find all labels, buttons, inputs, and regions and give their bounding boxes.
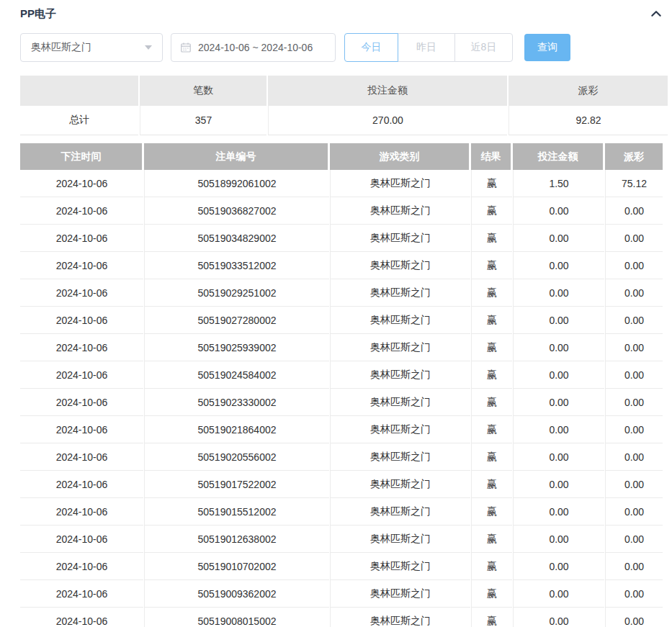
payout-cell: 0.00 xyxy=(605,443,663,471)
payout-cell: 0.00 xyxy=(605,580,663,608)
bet-time-cell: 2024-10-06 xyxy=(20,279,143,307)
payout-cell: 0.00 xyxy=(605,197,663,225)
bet-time-cell: 2024-10-06 xyxy=(20,553,143,580)
summary-header-payout: 派彩 xyxy=(509,76,668,106)
bet-time-cell: 2024-10-06 xyxy=(20,307,143,334)
bet-id-cell: 50519008015002 xyxy=(144,608,329,627)
payout-cell: 0.00 xyxy=(605,471,663,498)
game-type-cell: 奥林匹斯之门 xyxy=(330,334,470,361)
result-cell: 赢 xyxy=(471,608,512,627)
table-header-col-result: 结果 xyxy=(471,143,512,170)
bet-amount-cell: 0.00 xyxy=(513,197,604,225)
payout-cell: 0.00 xyxy=(605,307,663,334)
collapse-panel-button[interactable] xyxy=(649,6,663,21)
bet-id-cell: 50519029251002 xyxy=(144,279,329,307)
bet-id-cell: 50519023330002 xyxy=(144,389,329,416)
game-select[interactable]: 奥林匹斯之门 xyxy=(20,33,163,62)
result-cell: 赢 xyxy=(471,334,512,361)
date-range-input[interactable]: 2024-10-06 ~ 2024-10-06 xyxy=(171,33,336,62)
bet-time-cell: 2024-10-06 xyxy=(20,416,143,443)
bet-amount-cell: 0.00 xyxy=(513,608,604,627)
game-select-value: 奥林匹斯之门 xyxy=(31,41,91,54)
table-row: 2024-10-0650519015512002奥林匹斯之门赢0.000.00 xyxy=(20,498,663,525)
payout-cell: 75.12 xyxy=(605,170,663,197)
bet-amount-cell: 0.00 xyxy=(513,279,604,307)
payout-cell: 0.00 xyxy=(605,498,663,525)
bet-time-cell: 2024-10-06 xyxy=(20,225,143,252)
summary-total-payout: 92.82 xyxy=(509,106,668,135)
bet-amount-cell: 1.50 xyxy=(513,170,604,197)
payout-cell: 0.00 xyxy=(605,361,663,389)
payout-cell: 0.00 xyxy=(605,334,663,361)
summary-table: 笔数 投注金额 派彩 总计 357 270.00 92.82 xyxy=(20,76,663,135)
result-cell: 赢 xyxy=(471,416,512,443)
quick-button-yesterday[interactable]: 昨日 xyxy=(398,33,455,62)
filter-bar: 奥林匹斯之门 2024-10-06 ~ 2024-10-06 xyxy=(20,33,663,62)
result-cell: 赢 xyxy=(471,252,512,279)
quick-button-today[interactable]: 今日 xyxy=(344,33,398,62)
payout-cell: 0.00 xyxy=(605,279,663,307)
payout-cell: 0.00 xyxy=(605,225,663,252)
chevron-up-icon xyxy=(650,7,663,20)
table-row: 2024-10-0650519012638002奥林匹斯之门赢0.000.00 xyxy=(20,525,663,553)
game-type-cell: 奥林匹斯之门 xyxy=(330,498,470,525)
game-type-cell: 奥林匹斯之门 xyxy=(330,170,470,197)
bet-id-cell: 50519010702002 xyxy=(144,553,329,580)
bet-time-cell: 2024-10-06 xyxy=(20,471,143,498)
payout-cell: 0.00 xyxy=(605,608,663,627)
summary-total-row: 总计 357 270.00 92.82 xyxy=(20,106,663,135)
bet-id-cell: 50519034829002 xyxy=(144,225,329,252)
game-type-cell: 奥林匹斯之门 xyxy=(330,443,470,471)
bet-id-cell: 50519017522002 xyxy=(144,471,329,498)
bet-id-cell: 50519015512002 xyxy=(144,498,329,525)
table-row: 2024-10-0650519025939002奥林匹斯之门赢0.000.00 xyxy=(20,334,663,361)
bet-id-cell: 50519025939002 xyxy=(144,334,329,361)
table-row: 2024-10-0650519027280002奥林匹斯之门赢0.000.00 xyxy=(20,307,663,334)
game-type-cell: 奥林匹斯之门 xyxy=(330,471,470,498)
table-header-col-bet-id: 注单编号 xyxy=(144,143,329,170)
payout-cell: 0.00 xyxy=(605,252,663,279)
table-row: 2024-10-0650519021864002奥林匹斯之门赢0.000.00 xyxy=(20,416,663,443)
payout-cell: 0.00 xyxy=(605,553,663,580)
table-row: 2024-10-0650519024584002奥林匹斯之门赢0.000.00 xyxy=(20,361,663,389)
bet-amount-cell: 0.00 xyxy=(513,525,604,553)
game-type-cell: 奥林匹斯之门 xyxy=(330,608,470,627)
summary-header-count: 笔数 xyxy=(140,76,266,106)
summary-header-row: 笔数 投注金额 派彩 xyxy=(20,76,663,106)
payout-cell: 0.00 xyxy=(605,389,663,416)
table-row: 2024-10-0650519009362002奥林匹斯之门赢0.000.00 xyxy=(20,580,663,608)
result-cell: 赢 xyxy=(471,498,512,525)
table-header-col-game-type: 游戏类别 xyxy=(330,143,470,170)
result-cell: 赢 xyxy=(471,225,512,252)
bet-id-cell: 50519036827002 xyxy=(144,197,329,225)
summary-total-label: 总计 xyxy=(20,106,138,135)
bet-id-cell: 50519024584002 xyxy=(144,361,329,389)
game-type-cell: 奥林匹斯之门 xyxy=(330,197,470,225)
table-header-col-bet-amount: 投注金额 xyxy=(513,143,604,170)
table-row: 2024-10-0650519033512002奥林匹斯之门赢0.000.00 xyxy=(20,252,663,279)
bet-time-cell: 2024-10-06 xyxy=(20,334,143,361)
summary-header-bet-amount: 投注金额 xyxy=(268,76,507,106)
panel-header: PP电子 xyxy=(20,6,663,22)
result-cell: 赢 xyxy=(471,307,512,334)
bet-amount-cell: 0.00 xyxy=(513,416,604,443)
table-header-row: 下注时间注单编号游戏类别结果投注金额派彩 xyxy=(20,143,663,170)
table-row: 2024-10-0650519023330002奥林匹斯之门赢0.000.00 xyxy=(20,389,663,416)
game-type-cell: 奥林匹斯之门 xyxy=(330,252,470,279)
game-type-cell: 奥林匹斯之门 xyxy=(330,225,470,252)
bet-id-cell: 50519021864002 xyxy=(144,416,329,443)
result-cell: 赢 xyxy=(471,553,512,580)
page-title: PP电子 xyxy=(20,7,56,21)
summary-total-bet-amount: 270.00 xyxy=(268,106,507,135)
bet-id-cell: 50518992061002 xyxy=(144,170,329,197)
quick-button-last-8-days[interactable]: 近8日 xyxy=(454,33,513,62)
search-button[interactable]: 查询 xyxy=(524,34,570,61)
table-row: 2024-10-0650519029251002奥林匹斯之门赢0.000.00 xyxy=(20,279,663,307)
table-body: 2024-10-0650518992061002奥林匹斯之门赢1.5075.12… xyxy=(20,170,663,627)
bet-time-cell: 2024-10-06 xyxy=(20,443,143,471)
summary-total-count: 357 xyxy=(140,106,266,135)
bet-id-cell: 50519020556002 xyxy=(144,443,329,471)
result-cell: 赢 xyxy=(471,197,512,225)
table-header-col-payout: 派彩 xyxy=(605,143,663,170)
game-type-cell: 奥林匹斯之门 xyxy=(330,580,470,608)
